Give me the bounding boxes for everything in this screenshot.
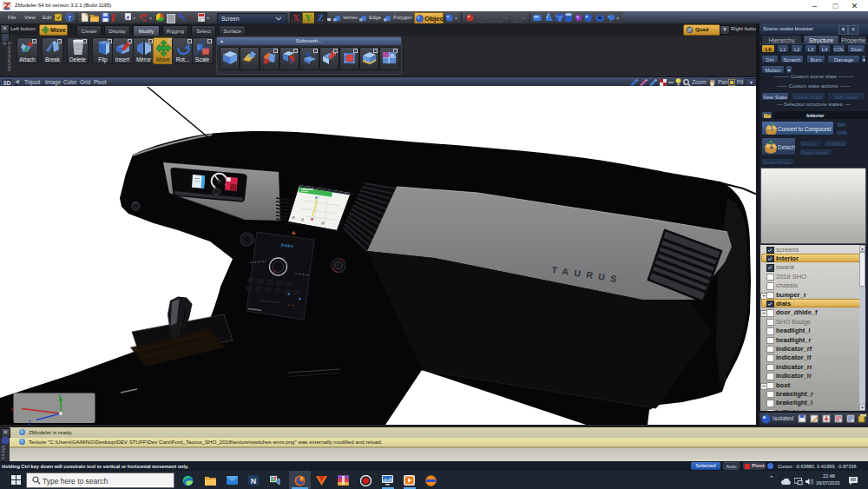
svg-text:N: N [251,477,257,486]
svg-text:?: ? [68,14,72,22]
svg-text:X: X [10,406,15,413]
svg-text:Y: Y [58,393,62,400]
